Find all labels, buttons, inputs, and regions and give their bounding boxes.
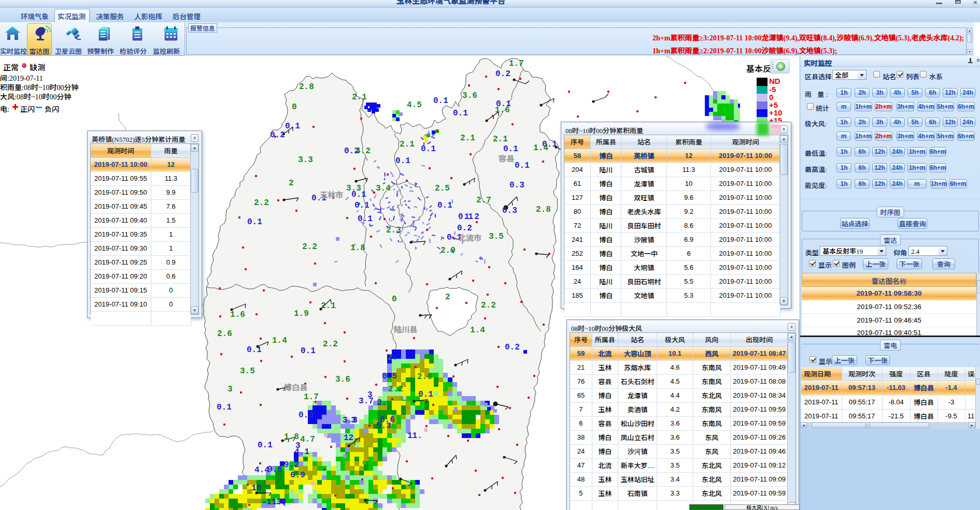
svg-text:1.2: 1.2	[464, 212, 479, 222]
svg-text:4.5: 4.5	[407, 100, 422, 110]
svg-text:2.2: 2.2	[481, 301, 496, 310]
svg-text:2.3: 2.3	[386, 226, 401, 235]
svg-text:2.9: 2.9	[441, 246, 456, 255]
svg-text:0.1: 0.1	[247, 345, 262, 355]
svg-text:0.3: 0.3	[299, 411, 314, 420]
svg-text:0.1: 0.1	[433, 96, 448, 106]
svg-text:3.4: 3.4	[376, 184, 391, 193]
svg-text:9.6: 9.6	[267, 465, 282, 474]
svg-text:2.1: 2.1	[352, 93, 367, 102]
svg-text:0.1: 0.1	[351, 190, 366, 199]
svg-text:0: 0	[292, 103, 297, 112]
svg-text:1.7: 1.7	[304, 392, 319, 402]
svg-text:0.1: 0.1	[418, 390, 433, 399]
svg-text:1.6: 1.6	[495, 106, 510, 115]
svg-text:1.8: 1.8	[350, 243, 365, 253]
svg-text:0.1: 0.1	[453, 109, 468, 118]
svg-text:2.1: 2.1	[460, 134, 475, 143]
svg-text:0.1: 0.1	[437, 201, 452, 210]
svg-text:2.2: 2.2	[254, 198, 269, 208]
svg-text:0.1: 0.1	[515, 161, 530, 170]
svg-text:容县: 容县	[498, 153, 514, 164]
svg-text:2.: 2.	[377, 398, 387, 407]
svg-text:3.7: 3.7	[359, 397, 374, 406]
svg-text:3.3: 3.3	[298, 155, 313, 165]
svg-text:2.2: 2.2	[388, 385, 403, 394]
svg-text:1.4: 1.4	[272, 336, 287, 345]
svg-text:3.6: 3.6	[335, 375, 350, 384]
svg-text:0.1: 0.1	[358, 214, 373, 224]
svg-text:6.9: 6.9	[290, 471, 305, 480]
svg-text:2: 2	[445, 293, 450, 302]
svg-text:2.: 2.	[388, 353, 397, 362]
svg-text:陆川县: 陆川县	[394, 324, 417, 334]
svg-text:12.: 12.	[344, 433, 359, 443]
svg-text:2.5: 2.5	[435, 184, 450, 193]
svg-text:11.: 11.	[407, 431, 422, 441]
svg-text:0.2: 0.2	[495, 69, 510, 79]
svg-text:2.1: 2.1	[321, 301, 336, 311]
svg-text:3.6: 3.6	[462, 91, 477, 100]
svg-text:1.9: 1.9	[294, 309, 309, 318]
svg-text:2.2: 2.2	[302, 242, 317, 252]
svg-text:1.4: 1.4	[470, 326, 485, 335]
svg-text:0.1: 0.1	[217, 403, 232, 412]
svg-text:3: 3	[228, 385, 233, 394]
svg-text:0.1: 0.1	[395, 156, 410, 166]
svg-text:玉林市: 玉林市	[320, 189, 343, 200]
svg-text:5.3: 5.3	[376, 421, 391, 431]
svg-text:2.8: 2.8	[536, 205, 551, 214]
svg-text:9.2: 9.2	[284, 460, 299, 470]
svg-text:1.8: 1.8	[284, 432, 299, 442]
svg-text:0.2: 0.2	[270, 130, 285, 140]
svg-text:2.6: 2.6	[417, 372, 432, 382]
svg-text:0: 0	[392, 295, 397, 304]
svg-text:2: 2	[289, 179, 294, 188]
svg-text:1.6: 1.6	[230, 310, 245, 319]
svg-text:0.2: 0.2	[505, 343, 520, 352]
svg-text:博白县: 博白县	[284, 382, 307, 392]
svg-text:2.1: 2.1	[493, 135, 508, 144]
svg-text:4.2: 4.2	[356, 147, 371, 156]
svg-text:2.7: 2.7	[476, 196, 491, 205]
svg-text:0.5: 0.5	[382, 372, 397, 381]
svg-text:0.1: 0.1	[542, 140, 557, 149]
svg-text:0.1: 0.1	[247, 217, 262, 227]
svg-text:3.5: 3.5	[240, 367, 255, 376]
svg-text:0.1: 0.1	[354, 201, 370, 210]
svg-text:2.8: 2.8	[299, 82, 314, 92]
svg-text:0.3: 0.3	[509, 181, 524, 190]
svg-text:北流市: 北流市	[458, 232, 481, 243]
svg-text:2.1: 2.1	[400, 140, 415, 149]
svg-text:0.1: 0.1	[421, 144, 436, 154]
svg-text:4.7: 4.7	[300, 435, 315, 444]
svg-text:2.6: 2.6	[217, 329, 232, 339]
svg-text:0.3: 0.3	[502, 206, 517, 215]
svg-text:3: 3	[351, 416, 356, 425]
svg-text:39: 39	[276, 498, 286, 507]
svg-text:0.1: 0.1	[301, 346, 316, 356]
svg-text:3.5: 3.5	[489, 232, 504, 241]
svg-text:4.1: 4.1	[294, 447, 309, 457]
svg-text:10: 10	[251, 484, 261, 493]
svg-text:0.1: 0.1	[285, 122, 300, 131]
svg-text:0.1: 0.1	[258, 441, 273, 450]
svg-text:2.2: 2.2	[323, 340, 338, 349]
svg-text:1.7: 1.7	[509, 59, 524, 68]
